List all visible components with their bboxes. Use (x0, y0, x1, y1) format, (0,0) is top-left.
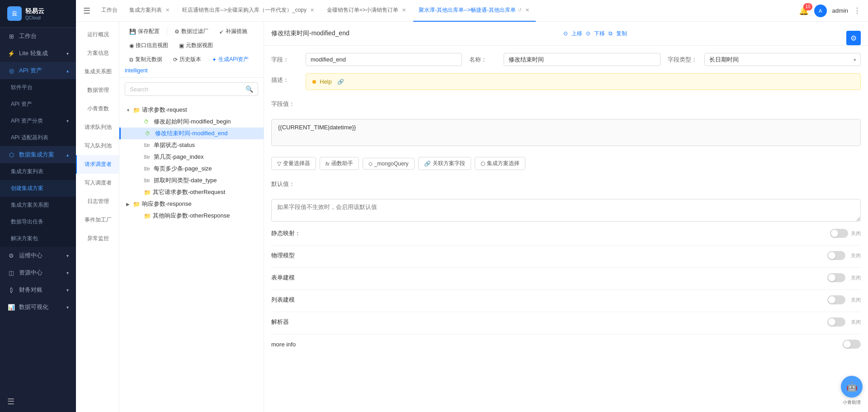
sidebar-item-label: Lite 轻集成 (19, 49, 48, 57)
variable-selector-button[interactable]: ▽ 变量选择器 (271, 157, 316, 170)
section-list-build[interactable]: 列表建模 关闭 (271, 289, 861, 310)
history-button[interactable]: ⟳ 历史版本 (169, 53, 206, 66)
tree-node-request-params[interactable]: ▾ 📁 请求参数-request (119, 104, 264, 116)
sidebar-item-api-adapter[interactable]: API 适配器列表 (0, 129, 76, 146)
tree-node-response-params[interactable]: ▶ 📁 响应参数-response (119, 198, 264, 210)
more-options-icon[interactable]: ⋮ (854, 6, 861, 15)
sidebar-item-integration-list[interactable]: 集成方案列表 (0, 163, 76, 180)
copy-meta-button[interactable]: ⧉ 复制元数据 (125, 53, 167, 66)
section-table-build[interactable]: 表单建模 关闭 (271, 267, 861, 288)
left-nav-request-queue[interactable]: 请求队列池 (76, 118, 119, 137)
tab-integration-list[interactable]: 集成方案列表 ✕ (124, 0, 176, 22)
toggle-switch[interactable] (830, 229, 848, 238)
mongo-label: _mongoQuery (374, 161, 409, 167)
left-nav-request-debug[interactable]: 请求调度者 (76, 155, 119, 174)
sidebar-item-lite[interactable]: ⚡ Lite 轻集成 ▾ (0, 45, 76, 62)
filter-label: 数据过滤厂 (181, 28, 208, 35)
tree-node-modified-begin[interactable]: ⏱ 修改起始时间-modified_begin (119, 116, 264, 128)
tab-close-jindie[interactable]: ✕ (401, 7, 407, 14)
expand-icon (136, 118, 142, 125)
related-field-button[interactable]: 🔗 关联方案字段 (418, 157, 471, 170)
sidebar-item-data-viz[interactable]: 📊 数据可视化 ▾ (0, 298, 76, 316)
left-nav-xiao-qing[interactable]: 小青查数 (76, 99, 119, 118)
default-value-input[interactable] (271, 199, 861, 222)
search-input[interactable] (130, 86, 245, 93)
tab-close-wangdian[interactable]: ✕ (309, 7, 315, 14)
function-helper-button[interactable]: fx 函数助手 (320, 157, 359, 170)
tree-node-modified-end[interactable]: ⏱ 修改结束时间-modified_end (119, 128, 264, 139)
static-map-toggle[interactable]: 关闭 (830, 229, 861, 238)
left-nav-write-queue[interactable]: 写入队列池 (76, 137, 119, 155)
left-nav-log-mgmt[interactable]: 日志管理 (76, 192, 119, 211)
tab-jindie[interactable]: 金碟销售订单=>小满销售订单 ✕ (321, 0, 412, 22)
tab-close-integration-list[interactable]: ✕ (165, 7, 170, 14)
toggle-text: 关闭 (851, 297, 861, 303)
left-nav-data-mgmt[interactable]: 数据管理 (76, 81, 119, 99)
mongo-query-button[interactable]: ◇ _mongoQuery (363, 158, 415, 170)
sidebar-item-finance[interactable]: ₿ 财务对账 ▾ (0, 281, 76, 298)
left-nav-write-debug[interactable]: 写入调度者 (76, 174, 119, 192)
filter-button[interactable]: ⚙ 数据过滤厂 (170, 25, 213, 38)
table-build-toggle[interactable] (827, 273, 845, 282)
sidebar-item-data-integration[interactable]: ⬡ 数据集成方案 ▴ (0, 146, 76, 163)
tree-node-other-response[interactable]: 📁 其他响应参数-otherResponse (119, 210, 264, 222)
physical-model-toggle[interactable] (827, 251, 845, 260)
section-physical-model[interactable]: 物理模型 关闭 (271, 245, 861, 265)
interface-view-button[interactable]: ◉ 接口信息视图 (125, 39, 173, 52)
tree-node-status[interactable]: Str 单据状态-status (119, 139, 264, 151)
help-link-icon[interactable]: 🔗 (337, 79, 344, 85)
tree-node-other-request[interactable]: 📁 其它请求参数-otherRequest (119, 186, 264, 198)
sidebar-item-data-export[interactable]: 数据导出任务 (0, 213, 76, 230)
sidebar-item-api-asset[interactable]: API 资产 (0, 96, 76, 113)
sidebar-item-integration-relation[interactable]: 集成方案关系图 (0, 197, 76, 213)
up-action[interactable]: 上移 (571, 30, 582, 38)
sidebar-item-api[interactable]: ◎ API 资产 ▴ (0, 62, 76, 79)
tab-close-jushui[interactable]: ✕ (524, 7, 530, 14)
field-input[interactable] (306, 53, 462, 66)
integration-select-button[interactable]: ⬡ 集成方案选择 (475, 157, 525, 170)
type-select[interactable]: 长日期时间 (704, 53, 861, 66)
meta-icon: ▣ (179, 43, 184, 49)
menu-icon[interactable]: ☰ (83, 6, 90, 16)
parser-toggle[interactable] (827, 317, 845, 327)
supplement-button[interactable]: ↙ 补漏措施 (215, 25, 252, 38)
tab-workspace[interactable]: 工作台 (96, 0, 123, 22)
left-nav-exception-monitor[interactable]: 异常监控 (76, 229, 119, 248)
xiao-qing-assistant-button[interactable]: 🤖 (841, 376, 863, 398)
down-action[interactable]: 下移 (594, 30, 605, 38)
tree-node-page-size[interactable]: Str 每页多少条-page_size (119, 163, 264, 175)
sidebar-item-resource[interactable]: ◫ 资源中心 ▾ (0, 264, 76, 281)
copy-action[interactable]: 复制 (616, 30, 627, 38)
settings-button[interactable]: ⚙ (846, 31, 861, 45)
sidebar-item-software[interactable]: 软件平台 (0, 79, 76, 96)
generate-api-button[interactable]: ✦ 生成API资产 (208, 53, 253, 66)
sidebar-item-label: 数据导出任务 (11, 218, 43, 226)
expand-icon: ▶ (125, 201, 131, 207)
save-config-button[interactable]: 💾 保存配置 (125, 25, 164, 38)
tab-jushui[interactable]: 聚水潭-其他出库单-->畅捷通-其他出库单 ↺ ✕ (413, 0, 536, 22)
list-build-toggle[interactable] (827, 295, 845, 304)
left-nav-plan-info[interactable]: 方案信息 (76, 44, 119, 62)
section-more-info[interactable]: more info (271, 334, 861, 354)
intelligent-tab[interactable]: intelligent (125, 67, 148, 74)
sidebar-item-solution-package[interactable]: 解决方案包 (0, 230, 76, 247)
more-info-toggle[interactable] (843, 340, 861, 349)
left-nav-integration-graph[interactable]: 集成关系图 (76, 62, 119, 81)
left-nav-label: 数据管理 (87, 87, 109, 93)
sidebar-item-ops[interactable]: ⚙ 运维中心 ▾ (0, 247, 76, 264)
sidebar-item-create-integration[interactable]: 创建集成方案 (0, 180, 76, 197)
sidebar-bottom-menu[interactable]: ☰ (0, 391, 76, 412)
name-input[interactable] (504, 53, 660, 66)
tree-node-date-type[interactable]: Str 抓取时间类型-date_type (119, 175, 264, 186)
xiao-qing-label: 小青助理 (837, 399, 866, 406)
notification-button[interactable]: 🔔 10 (799, 6, 809, 16)
meta-view-button[interactable]: ▣ 元数据视图 (175, 39, 217, 52)
sidebar-item-workspace[interactable]: ⊞ 工作台 (0, 28, 76, 45)
left-nav-event-factory[interactable]: 事件加工厂 (76, 211, 119, 229)
api-icon: ◎ (7, 66, 15, 75)
tab-wangdian[interactable]: 旺店通销售出库-->全碟采购入库（一件代发）_copy ✕ (177, 0, 321, 22)
left-nav-overview[interactable]: 运行概况 (76, 25, 119, 44)
section-parser[interactable]: 解析器 关闭 (271, 312, 861, 332)
tree-node-page-index[interactable]: Str 第几页-page_index (119, 151, 264, 163)
sidebar-item-api-classify[interactable]: API 资产分类 ▾ (0, 113, 76, 129)
